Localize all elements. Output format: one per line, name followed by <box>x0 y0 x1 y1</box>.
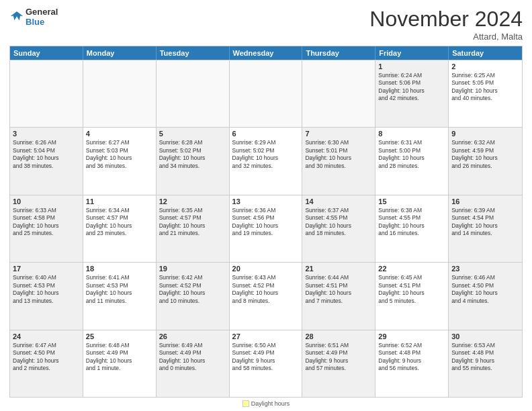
cell-info: Sunrise: 6:42 AM <box>159 274 226 281</box>
calendar-row: 17Sunrise: 6:40 AMSunset: 4:53 PMDayligh… <box>10 262 522 329</box>
cell-info: Sunset: 5:01 PM <box>305 147 372 154</box>
day-number: 18 <box>86 265 153 273</box>
legend-label: Daylight hours <box>251 400 290 407</box>
cell-info: and 25 minutes. <box>13 230 80 237</box>
location: Attard, Malta <box>369 32 523 42</box>
cell-info: Sunset: 4:49 PM <box>86 349 153 357</box>
cell-info: and 58 minutes. <box>232 365 300 372</box>
calendar-cell: 6Sunrise: 6:29 AMSunset: 5:02 PMDaylight… <box>230 128 303 194</box>
cell-info: Daylight: 10 hours <box>451 87 519 95</box>
cell-info: and 0 minutes. <box>159 365 226 372</box>
calendar-cell: 23Sunrise: 6:46 AMSunset: 4:50 PMDayligh… <box>449 263 522 329</box>
cell-info: Sunset: 4:49 PM <box>305 349 372 357</box>
month-title: November 2024 <box>369 7 523 32</box>
cell-info: Sunset: 4:53 PM <box>13 282 80 289</box>
calendar: SundayMondayTuesdayWednesdayThursdayFrid… <box>9 46 523 398</box>
cell-info: Daylight: 10 hours <box>232 222 300 230</box>
cell-info: and 7 minutes. <box>305 298 372 305</box>
calendar-cell: 19Sunrise: 6:42 AMSunset: 4:52 PMDayligh… <box>157 263 230 329</box>
cell-info: Sunset: 4:53 PM <box>86 282 153 289</box>
cell-info: Sunset: 4:59 PM <box>451 147 519 154</box>
calendar-cell: 10Sunrise: 6:33 AMSunset: 4:58 PMDayligh… <box>10 195 83 262</box>
cell-info: and 42 minutes. <box>378 95 445 102</box>
cell-info: Sunset: 4:51 PM <box>305 282 372 289</box>
cell-info: Sunset: 4:57 PM <box>86 214 153 222</box>
cell-info: and 16 minutes. <box>378 230 445 237</box>
cell-info: Sunrise: 6:27 AM <box>86 139 153 146</box>
calendar-cell: 20Sunrise: 6:43 AMSunset: 4:52 PMDayligh… <box>230 263 303 329</box>
cell-info: Sunrise: 6:50 AM <box>232 342 300 349</box>
cell-info: Sunrise: 6:30 AM <box>305 139 372 146</box>
cell-info: and 55 minutes. <box>451 365 519 372</box>
svg-marker-0 <box>10 11 23 20</box>
cell-info: and 57 minutes. <box>305 365 372 372</box>
cell-info: and 32 minutes. <box>232 163 300 170</box>
cell-info: Daylight: 9 hours <box>378 357 445 365</box>
cell-info: and 26 minutes. <box>451 163 519 170</box>
cell-info: Daylight: 10 hours <box>13 357 80 365</box>
legend-item: Daylight hours <box>242 400 290 407</box>
cell-info: Daylight: 10 hours <box>232 154 300 162</box>
cell-info: Daylight: 10 hours <box>13 154 80 162</box>
calendar-cell: 30Sunrise: 6:53 AMSunset: 4:48 PMDayligh… <box>449 330 522 397</box>
cell-info: and 40 minutes. <box>451 95 519 102</box>
weekday-header: Sunday <box>10 46 83 60</box>
cell-info: Sunset: 5:05 PM <box>451 79 519 87</box>
cell-info: Sunset: 5:06 PM <box>378 79 445 87</box>
cell-info: and 30 minutes. <box>305 163 372 170</box>
day-number: 2 <box>451 62 519 71</box>
cell-info: Sunrise: 6:36 AM <box>232 207 300 214</box>
day-number: 30 <box>451 332 519 340</box>
cell-info: Sunrise: 6:26 AM <box>13 139 80 146</box>
calendar-row: 24Sunrise: 6:47 AMSunset: 4:50 PMDayligh… <box>10 330 522 397</box>
cell-info: Daylight: 10 hours <box>378 289 445 297</box>
cell-info: and 1 minute. <box>86 365 153 372</box>
day-number: 17 <box>13 265 80 273</box>
calendar-cell: 14Sunrise: 6:37 AMSunset: 4:55 PMDayligh… <box>302 195 375 262</box>
cell-info: Sunset: 4:57 PM <box>159 214 226 222</box>
calendar-cell: 4Sunrise: 6:27 AMSunset: 5:03 PMDaylight… <box>83 128 157 194</box>
cell-info: Sunset: 4:50 PM <box>13 349 80 357</box>
calendar-cell: 3Sunrise: 6:26 AMSunset: 5:04 PMDaylight… <box>10 128 83 194</box>
cell-info: Sunset: 4:58 PM <box>13 214 80 222</box>
logo-icon <box>9 9 24 24</box>
day-number: 10 <box>13 197 80 205</box>
calendar-cell <box>83 60 157 127</box>
cell-info: Sunrise: 6:25 AM <box>451 72 519 79</box>
legend-color-box <box>242 400 249 407</box>
cell-info: Sunset: 5:02 PM <box>232 147 300 154</box>
calendar-cell: 11Sunrise: 6:34 AMSunset: 4:57 PMDayligh… <box>83 195 157 262</box>
cell-info: and 13 minutes. <box>13 298 80 305</box>
day-number: 21 <box>305 265 372 273</box>
day-number: 29 <box>378 332 445 340</box>
page: General Blue November 2024 Attard, Malta… <box>0 0 532 411</box>
calendar-cell: 24Sunrise: 6:47 AMSunset: 4:50 PMDayligh… <box>10 330 83 397</box>
day-number: 5 <box>159 130 226 138</box>
calendar-cell: 13Sunrise: 6:36 AMSunset: 4:56 PMDayligh… <box>230 195 303 262</box>
day-number: 7 <box>305 130 372 138</box>
day-number: 9 <box>451 130 519 138</box>
cell-info: Daylight: 10 hours <box>451 222 519 230</box>
cell-info: Daylight: 10 hours <box>13 222 80 230</box>
cell-info: Daylight: 10 hours <box>451 154 519 162</box>
cell-info: and 21 minutes. <box>159 230 226 237</box>
day-number: 24 <box>13 332 80 340</box>
cell-info: and 4 minutes. <box>451 298 519 305</box>
cell-info: Sunrise: 6:41 AM <box>86 274 153 281</box>
header: General Blue November 2024 Attard, Malta <box>9 7 523 42</box>
cell-info: Daylight: 10 hours <box>159 222 226 230</box>
cell-info: Daylight: 10 hours <box>159 357 226 365</box>
calendar-cell: 22Sunrise: 6:45 AMSunset: 4:51 PMDayligh… <box>375 263 449 329</box>
cell-info: Daylight: 10 hours <box>378 222 445 230</box>
day-number: 23 <box>451 265 519 273</box>
title-block: November 2024 Attard, Malta <box>369 7 523 42</box>
cell-info: and 56 minutes. <box>378 365 445 372</box>
calendar-cell: 17Sunrise: 6:40 AMSunset: 4:53 PMDayligh… <box>10 263 83 329</box>
cell-info: Sunset: 4:52 PM <box>232 282 300 289</box>
weekday-header: Saturday <box>449 46 522 60</box>
cell-info: and 14 minutes. <box>451 230 519 237</box>
calendar-cell: 27Sunrise: 6:50 AMSunset: 4:49 PMDayligh… <box>230 330 303 397</box>
day-number: 8 <box>378 130 445 138</box>
day-number: 14 <box>305 197 372 205</box>
calendar-cell: 1Sunrise: 6:24 AMSunset: 5:06 PMDaylight… <box>375 60 449 127</box>
